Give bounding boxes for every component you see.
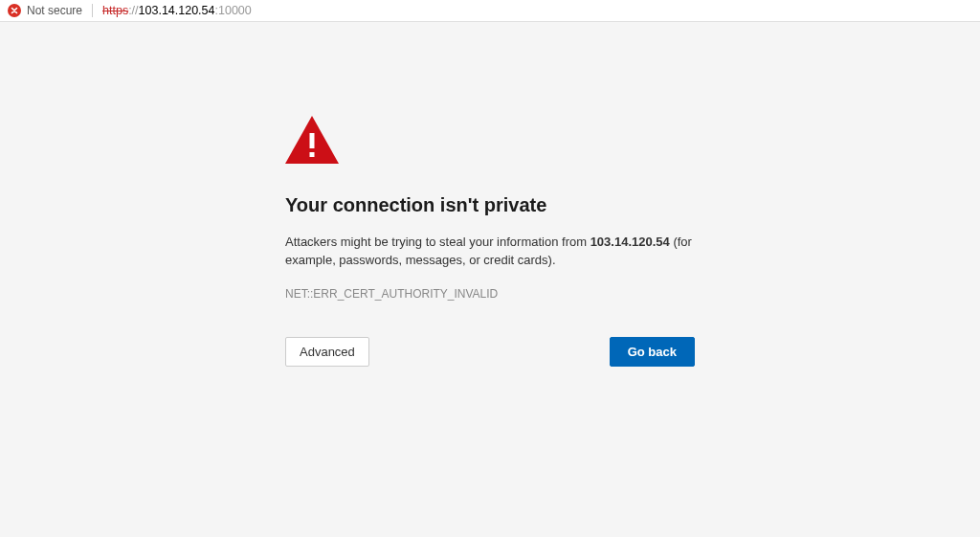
interstitial-page: Your connection isn't private Attackers … — [0, 22, 980, 367]
warning-triangle-icon — [285, 116, 695, 168]
advanced-button[interactable]: Advanced — [285, 337, 369, 367]
url-port: :10000 — [215, 4, 252, 17]
url-host: 103.14.120.54 — [139, 4, 215, 17]
go-back-button[interactable]: Go back — [610, 337, 695, 367]
not-secure-icon — [8, 4, 21, 17]
error-code: NET::ERR_CERT_AUTHORITY_INVALID — [285, 287, 695, 301]
warning-description: Attackers might be trying to steal your … — [285, 234, 695, 270]
svg-rect-3 — [310, 152, 315, 157]
address-bar-divider — [92, 4, 93, 17]
security-badge[interactable]: Not secure — [8, 4, 82, 17]
svg-rect-2 — [310, 133, 315, 148]
description-host: 103.14.120.54 — [590, 235, 670, 249]
interstitial-content: Your connection isn't private Attackers … — [285, 116, 695, 367]
description-prefix: Attackers might be trying to steal your … — [285, 235, 590, 249]
button-row: Advanced Go back — [285, 337, 695, 367]
url-protocol: https — [102, 4, 128, 17]
page-title: Your connection isn't private — [285, 194, 695, 216]
address-bar: Not secure https://103.14.120.54:10000 — [0, 0, 980, 22]
url-proto-sep: :// — [128, 4, 138, 17]
security-label: Not secure — [27, 4, 82, 17]
url-display[interactable]: https://103.14.120.54:10000 — [102, 4, 252, 17]
